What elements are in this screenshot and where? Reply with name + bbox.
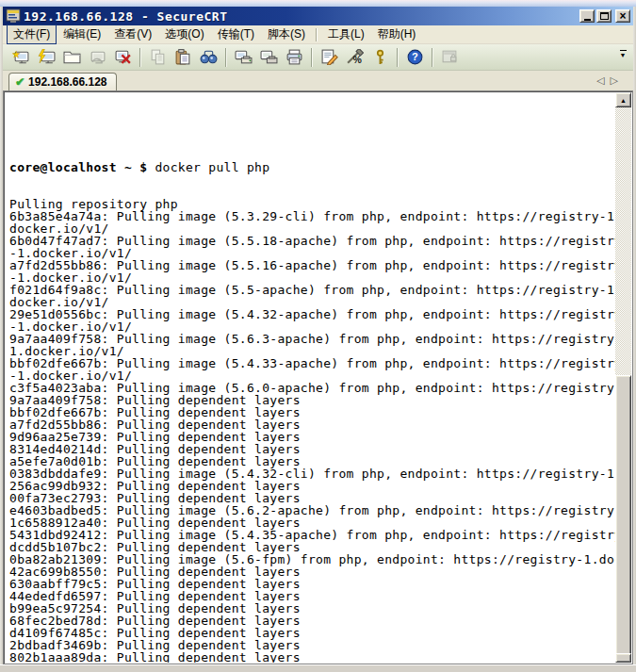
minimize-icon bbox=[584, 19, 591, 21]
app-icon[interactable] bbox=[6, 8, 21, 24]
toolbar-separator bbox=[139, 48, 141, 67]
toolbar-separator bbox=[311, 48, 313, 67]
toolbar: ★ bbox=[3, 44, 633, 71]
disconnect-icon[interactable] bbox=[110, 46, 136, 69]
menu-options[interactable]: 选项(O) bbox=[158, 25, 210, 44]
svg-text:★: ★ bbox=[12, 49, 21, 59]
securecrt-window: 192.168.66.128 - SecureCRT × 文件(F) 编辑(E)… bbox=[0, 0, 636, 672]
menubar: 文件(F) 编辑(E) 查看(V) 选项(O) 传输(T) 脚本(S) 工具(L… bbox=[3, 25, 633, 44]
toolbar-overflow-button[interactable]: ▼ bbox=[617, 50, 628, 65]
tab-scroll-left-button[interactable]: ◁ bbox=[596, 74, 604, 87]
terminal-output: Pulling repository php6b3a85e4a74a: Pull… bbox=[9, 198, 615, 663]
tab-scroll-right-button[interactable]: ▷ bbox=[611, 74, 618, 87]
session-tab-label: 192.168.66.128 bbox=[28, 75, 106, 89]
close-icon: × bbox=[619, 10, 626, 22]
titlebar[interactable]: 192.168.66.128 - SecureCRT × bbox=[3, 7, 633, 25]
shell-prompt: core@localhost ~ $ bbox=[9, 160, 155, 174]
menu-separator bbox=[316, 28, 318, 41]
find-icon[interactable] bbox=[196, 46, 221, 69]
key-generator-icon[interactable] bbox=[367, 46, 393, 69]
tabbar: ✔ 192.168.66.128 ◁ ▷ bbox=[3, 71, 633, 90]
window-title: 192.168.66.128 - SecureCRT bbox=[24, 9, 579, 24]
session-tab[interactable]: ✔ 192.168.66.128 bbox=[8, 73, 117, 90]
terminal[interactable]: core@localhost ~ $ docker pull php Pulli… bbox=[3, 90, 633, 664]
maximize-icon bbox=[600, 12, 609, 20]
svg-text:?: ? bbox=[412, 51, 418, 62]
menu-script[interactable]: 脚本(S) bbox=[261, 25, 312, 44]
toolbar-separator bbox=[225, 48, 227, 67]
help-icon[interactable]: ? bbox=[402, 46, 428, 69]
menu-view[interactable]: 查看(V) bbox=[107, 25, 158, 44]
maximize-button[interactable] bbox=[596, 9, 612, 23]
session-manager-icon[interactable] bbox=[437, 46, 463, 69]
print-screen-icon[interactable] bbox=[231, 46, 256, 69]
svg-text:%: % bbox=[352, 54, 362, 65]
reconnect-icon[interactable] bbox=[85, 46, 110, 69]
connected-check-icon: ✔ bbox=[15, 75, 24, 89]
session-options-icon[interactable] bbox=[317, 46, 342, 69]
toolbar-separator bbox=[397, 48, 399, 67]
connect-in-tab-icon[interactable] bbox=[59, 46, 85, 69]
menu-help[interactable]: 帮助(H) bbox=[371, 25, 423, 44]
scrollbar-thumb[interactable] bbox=[615, 375, 631, 655]
scroll-up-icon: ▲ bbox=[620, 97, 627, 104]
window-border-top bbox=[0, 0, 636, 7]
quick-connect-icon[interactable] bbox=[34, 46, 59, 69]
menu-edit[interactable]: 编辑(E) bbox=[57, 25, 107, 44]
screen-capture-icon[interactable] bbox=[256, 46, 282, 69]
toolbar-overflow-icon bbox=[620, 50, 627, 51]
terminal-screen: core@localhost ~ $ docker pull php Pulli… bbox=[5, 92, 615, 663]
window-border-bottom bbox=[0, 664, 636, 672]
minimize-button[interactable] bbox=[579, 9, 595, 23]
paste-icon[interactable] bbox=[171, 46, 196, 69]
vertical-scrollbar[interactable]: ▲ bbox=[615, 92, 631, 663]
close-button[interactable]: × bbox=[615, 9, 630, 23]
terminal-prompt-line: core@localhost ~ $ docker pull php bbox=[9, 161, 615, 173]
command-text: docker pull php bbox=[155, 160, 269, 174]
scrollbar-down-button[interactable] bbox=[615, 653, 631, 663]
terminal-line: 802b1aaa89da: Pulling dependent layers bbox=[9, 651, 615, 663]
copy-icon[interactable] bbox=[145, 46, 171, 69]
menu-file[interactable]: 文件(F) bbox=[7, 25, 57, 44]
menu-tools[interactable]: 工具(L) bbox=[321, 25, 371, 44]
scrollbar-up-button[interactable]: ▲ bbox=[615, 92, 631, 107]
global-options-icon[interactable]: % bbox=[342, 46, 367, 69]
menu-transfer[interactable]: 传输(T) bbox=[211, 25, 261, 44]
toolbar-separator bbox=[432, 48, 433, 67]
print-icon[interactable] bbox=[282, 46, 307, 69]
connect-icon[interactable]: ★ bbox=[8, 46, 34, 69]
